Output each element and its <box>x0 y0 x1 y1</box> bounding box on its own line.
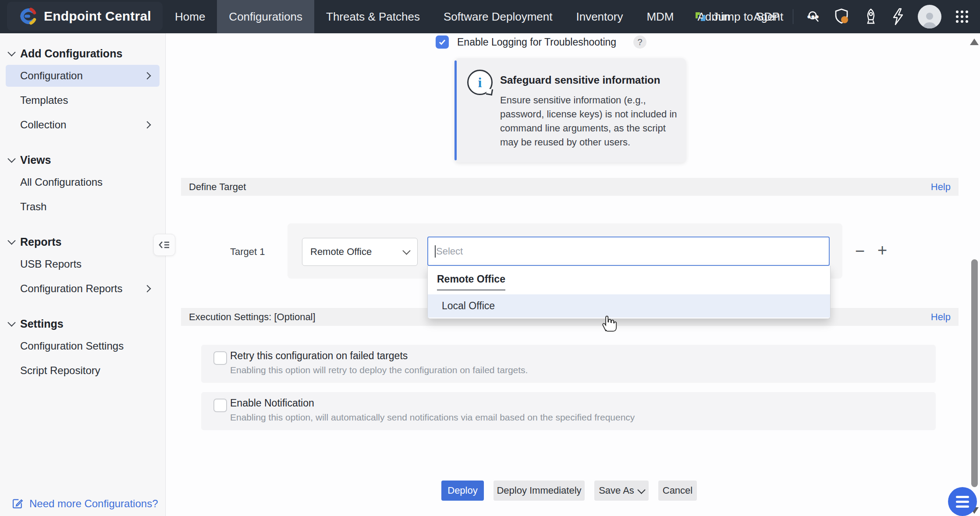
retry-checkbox[interactable] <box>213 351 227 365</box>
target-select-placeholder: Select <box>436 246 463 257</box>
cancel-button[interactable]: Cancel <box>658 481 697 501</box>
brand-title: Endpoint Central <box>44 9 151 24</box>
sidebar-item-configuration-settings[interactable]: Configuration Settings <box>6 335 160 357</box>
need-more-configurations-link[interactable]: Need more Configurations? <box>11 498 158 510</box>
sidebar-item-label: Collection <box>20 119 66 131</box>
edit-pencil-icon <box>11 498 24 510</box>
chevron-right-icon <box>144 285 151 293</box>
nav-item-configurations[interactable]: Configurations <box>217 0 314 33</box>
scrollbar-thumb[interactable] <box>971 259 978 487</box>
lightning-bolt-icon[interactable] <box>891 8 905 25</box>
save-as-label: Save As <box>599 485 634 496</box>
sidebar-group-header[interactable]: Views <box>0 152 165 168</box>
nav-item-mdm[interactable]: MDM <box>635 0 685 33</box>
sidebar-collapse-button[interactable] <box>153 234 175 256</box>
info-card-title: Safeguard sensitive information <box>500 74 660 86</box>
save-as-button[interactable]: Save As <box>594 481 649 501</box>
enable-logging-checkbox[interactable] <box>436 35 449 49</box>
dropdown-option-remote-office[interactable]: Remote Office <box>428 266 830 291</box>
nav-item-threats-patches[interactable]: Threats & Patches <box>314 0 432 33</box>
retry-option-panel: Retry this configuration on failed targe… <box>201 345 936 383</box>
search-icon[interactable] <box>806 10 820 24</box>
deploy-immediately-button[interactable]: Deploy Immediately <box>494 481 585 501</box>
text-caret <box>435 245 436 258</box>
sidebar-item-script-repository[interactable]: Script Repository <box>6 360 160 382</box>
sidebar-item-all-configurations[interactable]: All Configurations <box>6 171 160 193</box>
add-target-button[interactable]: + <box>877 242 887 258</box>
retry-option-description: Enabling this option will retry to deplo… <box>230 365 528 375</box>
target-1-label: Target 1 <box>230 246 265 258</box>
remove-target-button[interactable]: − <box>855 243 865 259</box>
user-avatar[interactable] <box>918 5 941 28</box>
nav-item-inventory[interactable]: Inventory <box>564 0 635 33</box>
navbar-right-cluster: Jump to SDP <box>694 0 969 33</box>
jump-to-sdp-label: Jump to SDP <box>713 10 780 24</box>
deploy-button[interactable]: Deploy <box>441 481 484 501</box>
need-more-configurations-label: Need more Configurations? <box>29 498 158 510</box>
sidebar-item-configuration-reports[interactable]: Configuration Reports <box>6 278 160 300</box>
notification-option-label: Enable Notification <box>230 397 314 409</box>
info-card-accent <box>454 60 457 160</box>
dropdown-option-local-office[interactable]: Local Office <box>428 294 830 318</box>
nav-item-home[interactable]: Home <box>163 0 217 33</box>
app-window: Endpoint Central Home Configurations Thr… <box>0 0 980 516</box>
sidebar-item-label: Configuration Settings <box>20 340 124 352</box>
define-target-help-link[interactable]: Help <box>931 181 951 193</box>
sidebar-group-label: Settings <box>20 318 64 330</box>
info-card-body: Ensure sensitive information (e.g., pass… <box>500 93 681 149</box>
main-content: Enable Logging for Troubleshooting ? i S… <box>166 33 980 516</box>
floating-menu-button[interactable] <box>948 487 977 516</box>
sidebar-group-header[interactable]: Add Configurations <box>0 45 165 62</box>
sidebar-group-header[interactable]: Reports <box>0 233 165 250</box>
chevron-down-icon <box>7 155 15 163</box>
dropdown-option-label: Remote Office <box>437 273 505 290</box>
chevron-down-icon <box>7 237 15 244</box>
chevron-down-icon <box>7 48 15 56</box>
sidebar-item-label: Trash <box>20 201 46 213</box>
dropdown-option-label: Local Office <box>442 300 495 312</box>
jump-to-sdp-link[interactable]: Jump to SDP <box>694 10 780 24</box>
target-select-input[interactable]: Select <box>427 237 830 266</box>
enable-notification-checkbox[interactable] <box>213 399 227 412</box>
nav-divider <box>793 9 793 24</box>
scrollbar-up-arrow[interactable] <box>970 39 979 45</box>
sidebar-item-collection[interactable]: Collection <box>6 114 160 136</box>
security-shield-icon[interactable] <box>834 8 850 25</box>
endpoint-central-logo-icon <box>18 7 37 25</box>
chevron-down-icon <box>637 486 645 494</box>
execution-settings-help-link[interactable]: Help <box>931 311 951 323</box>
sidebar-item-label: All Configurations <box>20 176 103 188</box>
sidebar-item-trash[interactable]: Trash <box>6 196 160 218</box>
sidebar-item-templates[interactable]: Templates <box>6 89 160 111</box>
sidebar-item-configuration[interactable]: Configuration <box>6 65 160 87</box>
nav-item-software-deployment[interactable]: Software Deployment <box>432 0 565 33</box>
info-bubble-icon: i <box>467 70 493 95</box>
notification-option-panel: Enable Notification Enabling this option… <box>201 392 936 430</box>
chevron-right-icon <box>144 72 151 80</box>
sidebar-item-label: Templates <box>20 94 68 106</box>
target-options-dropdown: Remote Office Local Office <box>427 266 831 319</box>
sidebar-group-add-configurations: Add Configurations Configuration Templat… <box>0 45 165 136</box>
brand[interactable]: Endpoint Central <box>7 2 163 31</box>
sidebar-group-label: Views <box>20 154 51 166</box>
sidebar-group-settings: Settings Configuration Settings Script R… <box>0 315 165 382</box>
mouse-cursor <box>599 313 617 335</box>
chevron-right-icon <box>144 121 151 129</box>
sidebar: Add Configurations Configuration Templat… <box>0 33 166 516</box>
sidebar-item-usb-reports[interactable]: USB Reports <box>6 253 160 275</box>
execution-settings-title: Execution Settings: [Optional] <box>189 311 316 323</box>
target-type-dropdown[interactable]: Remote Office <box>302 238 418 266</box>
rocket-icon[interactable] <box>863 8 878 25</box>
sdp-icon <box>694 10 707 23</box>
notification-option-description: Enabling this option, will automatically… <box>230 412 635 423</box>
retry-option-label: Retry this configuration on failed targe… <box>230 350 408 362</box>
enable-logging-row: Enable Logging for Troubleshooting ? <box>436 35 646 49</box>
sidebar-item-label: Configuration <box>20 70 83 82</box>
chevron-down-icon <box>7 318 15 326</box>
help-question-icon[interactable]: ? <box>633 35 646 49</box>
sidebar-group-header[interactable]: Settings <box>0 315 165 332</box>
footer-action-buttons: Deploy Deploy Immediately Save As Cancel <box>441 481 697 501</box>
target-type-value: Remote Office <box>310 246 372 258</box>
apps-grid-icon[interactable] <box>955 9 969 24</box>
chevron-down-icon <box>402 247 410 254</box>
